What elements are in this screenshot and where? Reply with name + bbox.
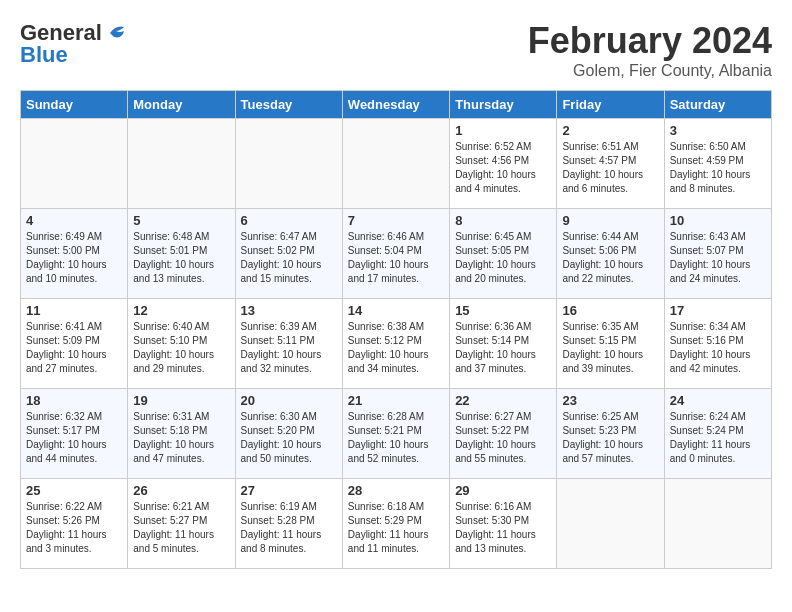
logo-bird-icon xyxy=(106,23,128,43)
day-number: 22 xyxy=(455,393,551,408)
day-number: 2 xyxy=(562,123,658,138)
day-info: Sunrise: 6:49 AM Sunset: 5:00 PM Dayligh… xyxy=(26,230,122,286)
day-info: Sunrise: 6:48 AM Sunset: 5:01 PM Dayligh… xyxy=(133,230,229,286)
calendar-cell: 5Sunrise: 6:48 AM Sunset: 5:01 PM Daylig… xyxy=(128,209,235,299)
calendar-cell: 19Sunrise: 6:31 AM Sunset: 5:18 PM Dayli… xyxy=(128,389,235,479)
calendar-cell: 9Sunrise: 6:44 AM Sunset: 5:06 PM Daylig… xyxy=(557,209,664,299)
day-number: 3 xyxy=(670,123,766,138)
day-info: Sunrise: 6:52 AM Sunset: 4:56 PM Dayligh… xyxy=(455,140,551,196)
day-info: Sunrise: 6:35 AM Sunset: 5:15 PM Dayligh… xyxy=(562,320,658,376)
day-number: 13 xyxy=(241,303,337,318)
calendar-cell xyxy=(128,119,235,209)
day-info: Sunrise: 6:38 AM Sunset: 5:12 PM Dayligh… xyxy=(348,320,444,376)
day-number: 11 xyxy=(26,303,122,318)
day-number: 24 xyxy=(670,393,766,408)
logo: General Blue xyxy=(20,20,128,68)
day-info: Sunrise: 6:16 AM Sunset: 5:30 PM Dayligh… xyxy=(455,500,551,556)
calendar-cell: 15Sunrise: 6:36 AM Sunset: 5:14 PM Dayli… xyxy=(450,299,557,389)
day-info: Sunrise: 6:22 AM Sunset: 5:26 PM Dayligh… xyxy=(26,500,122,556)
day-number: 8 xyxy=(455,213,551,228)
day-info: Sunrise: 6:39 AM Sunset: 5:11 PM Dayligh… xyxy=(241,320,337,376)
day-number: 27 xyxy=(241,483,337,498)
calendar-cell: 26Sunrise: 6:21 AM Sunset: 5:27 PM Dayli… xyxy=(128,479,235,569)
calendar-table: SundayMondayTuesdayWednesdayThursdayFrid… xyxy=(20,90,772,569)
day-info: Sunrise: 6:21 AM Sunset: 5:27 PM Dayligh… xyxy=(133,500,229,556)
day-number: 20 xyxy=(241,393,337,408)
day-info: Sunrise: 6:34 AM Sunset: 5:16 PM Dayligh… xyxy=(670,320,766,376)
col-header-friday: Friday xyxy=(557,91,664,119)
week-row-3: 11Sunrise: 6:41 AM Sunset: 5:09 PM Dayli… xyxy=(21,299,772,389)
calendar-cell: 2Sunrise: 6:51 AM Sunset: 4:57 PM Daylig… xyxy=(557,119,664,209)
calendar-cell: 21Sunrise: 6:28 AM Sunset: 5:21 PM Dayli… xyxy=(342,389,449,479)
day-number: 10 xyxy=(670,213,766,228)
day-info: Sunrise: 6:41 AM Sunset: 5:09 PM Dayligh… xyxy=(26,320,122,376)
week-row-5: 25Sunrise: 6:22 AM Sunset: 5:26 PM Dayli… xyxy=(21,479,772,569)
day-number: 26 xyxy=(133,483,229,498)
day-number: 9 xyxy=(562,213,658,228)
day-info: Sunrise: 6:51 AM Sunset: 4:57 PM Dayligh… xyxy=(562,140,658,196)
day-info: Sunrise: 6:45 AM Sunset: 5:05 PM Dayligh… xyxy=(455,230,551,286)
calendar-cell: 13Sunrise: 6:39 AM Sunset: 5:11 PM Dayli… xyxy=(235,299,342,389)
calendar-cell: 6Sunrise: 6:47 AM Sunset: 5:02 PM Daylig… xyxy=(235,209,342,299)
calendar-cell: 25Sunrise: 6:22 AM Sunset: 5:26 PM Dayli… xyxy=(21,479,128,569)
day-info: Sunrise: 6:44 AM Sunset: 5:06 PM Dayligh… xyxy=(562,230,658,286)
calendar-cell: 20Sunrise: 6:30 AM Sunset: 5:20 PM Dayli… xyxy=(235,389,342,479)
day-info: Sunrise: 6:40 AM Sunset: 5:10 PM Dayligh… xyxy=(133,320,229,376)
month-year-title: February 2024 xyxy=(528,20,772,62)
day-info: Sunrise: 6:46 AM Sunset: 5:04 PM Dayligh… xyxy=(348,230,444,286)
day-number: 19 xyxy=(133,393,229,408)
logo-blue-text: Blue xyxy=(20,42,68,68)
day-info: Sunrise: 6:36 AM Sunset: 5:14 PM Dayligh… xyxy=(455,320,551,376)
day-number: 29 xyxy=(455,483,551,498)
day-info: Sunrise: 6:32 AM Sunset: 5:17 PM Dayligh… xyxy=(26,410,122,466)
header-row: SundayMondayTuesdayWednesdayThursdayFrid… xyxy=(21,91,772,119)
calendar-cell: 17Sunrise: 6:34 AM Sunset: 5:16 PM Dayli… xyxy=(664,299,771,389)
week-row-1: 1Sunrise: 6:52 AM Sunset: 4:56 PM Daylig… xyxy=(21,119,772,209)
calendar-cell: 12Sunrise: 6:40 AM Sunset: 5:10 PM Dayli… xyxy=(128,299,235,389)
calendar-cell xyxy=(342,119,449,209)
day-number: 5 xyxy=(133,213,229,228)
day-info: Sunrise: 6:28 AM Sunset: 5:21 PM Dayligh… xyxy=(348,410,444,466)
day-info: Sunrise: 6:30 AM Sunset: 5:20 PM Dayligh… xyxy=(241,410,337,466)
calendar-cell: 28Sunrise: 6:18 AM Sunset: 5:29 PM Dayli… xyxy=(342,479,449,569)
col-header-wednesday: Wednesday xyxy=(342,91,449,119)
day-number: 12 xyxy=(133,303,229,318)
calendar-cell: 4Sunrise: 6:49 AM Sunset: 5:00 PM Daylig… xyxy=(21,209,128,299)
day-number: 15 xyxy=(455,303,551,318)
calendar-cell: 23Sunrise: 6:25 AM Sunset: 5:23 PM Dayli… xyxy=(557,389,664,479)
day-info: Sunrise: 6:31 AM Sunset: 5:18 PM Dayligh… xyxy=(133,410,229,466)
day-number: 6 xyxy=(241,213,337,228)
day-info: Sunrise: 6:43 AM Sunset: 5:07 PM Dayligh… xyxy=(670,230,766,286)
calendar-cell xyxy=(235,119,342,209)
day-info: Sunrise: 6:19 AM Sunset: 5:28 PM Dayligh… xyxy=(241,500,337,556)
day-info: Sunrise: 6:18 AM Sunset: 5:29 PM Dayligh… xyxy=(348,500,444,556)
day-number: 23 xyxy=(562,393,658,408)
week-row-2: 4Sunrise: 6:49 AM Sunset: 5:00 PM Daylig… xyxy=(21,209,772,299)
calendar-cell: 29Sunrise: 6:16 AM Sunset: 5:30 PM Dayli… xyxy=(450,479,557,569)
day-number: 18 xyxy=(26,393,122,408)
calendar-cell: 24Sunrise: 6:24 AM Sunset: 5:24 PM Dayli… xyxy=(664,389,771,479)
day-number: 1 xyxy=(455,123,551,138)
col-header-monday: Monday xyxy=(128,91,235,119)
calendar-cell: 22Sunrise: 6:27 AM Sunset: 5:22 PM Dayli… xyxy=(450,389,557,479)
calendar-cell: 10Sunrise: 6:43 AM Sunset: 5:07 PM Dayli… xyxy=(664,209,771,299)
calendar-cell: 18Sunrise: 6:32 AM Sunset: 5:17 PM Dayli… xyxy=(21,389,128,479)
title-area: February 2024 Golem, Fier County, Albani… xyxy=(528,20,772,80)
week-row-4: 18Sunrise: 6:32 AM Sunset: 5:17 PM Dayli… xyxy=(21,389,772,479)
calendar-cell: 16Sunrise: 6:35 AM Sunset: 5:15 PM Dayli… xyxy=(557,299,664,389)
calendar-cell: 1Sunrise: 6:52 AM Sunset: 4:56 PM Daylig… xyxy=(450,119,557,209)
day-number: 28 xyxy=(348,483,444,498)
col-header-saturday: Saturday xyxy=(664,91,771,119)
calendar-cell: 3Sunrise: 6:50 AM Sunset: 4:59 PM Daylig… xyxy=(664,119,771,209)
calendar-cell xyxy=(557,479,664,569)
day-info: Sunrise: 6:50 AM Sunset: 4:59 PM Dayligh… xyxy=(670,140,766,196)
col-header-sunday: Sunday xyxy=(21,91,128,119)
calendar-cell: 14Sunrise: 6:38 AM Sunset: 5:12 PM Dayli… xyxy=(342,299,449,389)
calendar-cell: 7Sunrise: 6:46 AM Sunset: 5:04 PM Daylig… xyxy=(342,209,449,299)
location-subtitle: Golem, Fier County, Albania xyxy=(528,62,772,80)
calendar-cell xyxy=(21,119,128,209)
day-number: 4 xyxy=(26,213,122,228)
header: General Blue February 2024 Golem, Fier C… xyxy=(20,20,772,80)
calendar-cell: 27Sunrise: 6:19 AM Sunset: 5:28 PM Dayli… xyxy=(235,479,342,569)
day-number: 25 xyxy=(26,483,122,498)
